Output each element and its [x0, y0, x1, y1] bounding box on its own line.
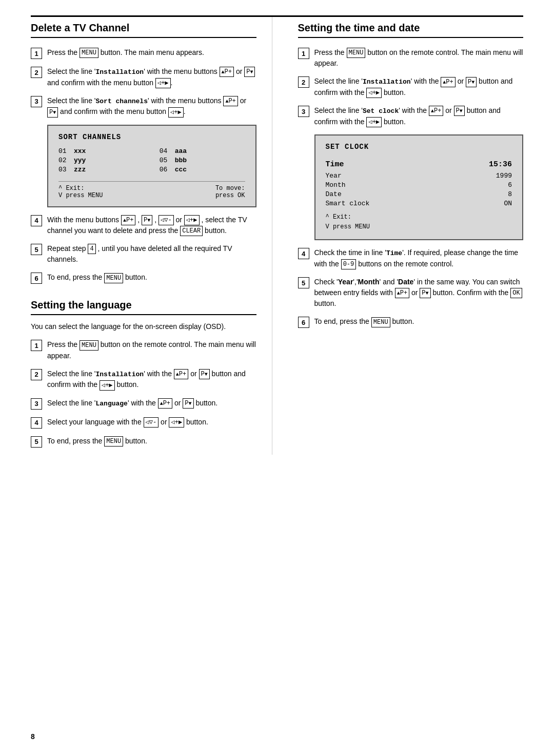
sort-footer-left: ^ Exit:V press MENU	[58, 185, 103, 199]
clock-time-value: 15:36	[489, 160, 512, 169]
lang-step-2: 2 Select the line 'Installation' with th…	[31, 369, 256, 391]
sort-row-2: 02 yyy	[58, 157, 144, 164]
delete-step-4-text: With the menu buttons ▲P+ , P▼ , ◁▽- or …	[47, 215, 256, 237]
clock-smartclock-row: Smart clock ON	[326, 200, 512, 207]
sort-channels-screen: SORT CHANNELS 01 xxx 02 yyy 03	[47, 125, 256, 207]
sort-row-5: 05 bbb	[160, 157, 245, 164]
time-step-num-5: 5	[298, 277, 309, 288]
sort-row-3: 03 zzz	[58, 166, 144, 173]
delete-step-2: 2 Select the line 'Installation' with th…	[31, 66, 256, 88]
delete-step-3: 3 Select the line 'Sort channels' with t…	[31, 95, 256, 118]
lang-step-1-text: Press the MENU button on the remote cont…	[47, 339, 256, 361]
time-step-num-3: 3	[298, 106, 309, 117]
page-number: 8	[31, 732, 35, 741]
lang-step-num-5: 5	[31, 436, 42, 448]
lang-step-2-text: Select the line 'Installation' with the …	[47, 369, 256, 391]
step-num-1: 1	[31, 48, 42, 59]
lang-step-3-text: Select the line 'Language' with the ▲P+ …	[47, 398, 256, 409]
clock-time-row: Time 15:36	[326, 160, 512, 169]
time-step-num-2: 2	[298, 76, 309, 88]
sort-screen-footer: ^ Exit:V press MENU To move:press OK	[58, 181, 245, 199]
time-step-num-1: 1	[298, 48, 309, 59]
time-step-4: 4 Check the time in line 'Time'. If requ…	[298, 247, 524, 269]
set-language-intro: You can select the language for the on-s…	[31, 321, 256, 332]
set-clock-screen: SET CLOCK Time 15:36 Year 1999 Month 6 D…	[314, 134, 524, 240]
sort-row-6: 06 ccc	[160, 166, 245, 173]
set-language-section: Setting the language You can select the …	[31, 299, 256, 447]
time-step-1: 1 Press the MENU button on the remote co…	[298, 47, 524, 69]
clock-smartclock-value: ON	[504, 200, 512, 207]
sort-channels-grid: 01 xxx 02 yyy 03 zzz	[58, 147, 245, 175]
lang-step-num-3: 3	[31, 398, 42, 410]
delete-step-4: 4 With the menu buttons ▲P+ , P▼ , ◁▽- o…	[31, 215, 256, 237]
clock-year-value: 1999	[496, 172, 512, 180]
step-num-5: 5	[31, 244, 42, 255]
lang-step-5: 5 To end, press the MENU button.	[31, 436, 256, 448]
clock-month-label: Month	[326, 181, 346, 189]
lang-step-3: 3 Select the line 'Language' with the ▲P…	[31, 398, 256, 410]
step-num-2: 2	[31, 67, 42, 78]
clock-year-row: Year 1999	[326, 172, 512, 180]
time-step-3: 3 Select the line 'Set clock' with the ▲…	[298, 105, 524, 127]
time-step-1-text: Press the MENU button on the remote cont…	[314, 47, 524, 69]
clock-date-label: Date	[326, 190, 342, 198]
lang-step-num-4: 4	[31, 417, 42, 429]
delete-step-1: 1 Press the MENU button. The main menu a…	[31, 47, 256, 59]
set-time-title: Setting the time and date	[298, 22, 524, 38]
time-step-6: 6 To end, press the MENU button.	[298, 316, 524, 328]
clock-smartclock-label: Smart clock	[326, 200, 370, 207]
delete-step-3-text: Select the line 'Sort channels' with the…	[47, 95, 256, 118]
clock-month-value: 6	[508, 181, 512, 189]
time-step-3-text: Select the line 'Set clock' with the ▲P+…	[314, 105, 524, 127]
delete-step-5: 5 Repeat step 4 , until you have deleted…	[31, 243, 256, 265]
time-step-2-text: Select the line 'Installation' with the …	[314, 76, 524, 98]
menu-key: MENU	[80, 48, 98, 58]
set-language-title: Setting the language	[31, 299, 256, 315]
clock-date-row: Date 8	[326, 190, 512, 198]
time-step-6-text: To end, press the MENU button.	[314, 316, 524, 327]
time-step-5: 5 Check 'Year','Month' and 'Date' in the…	[298, 277, 524, 309]
time-step-num-4: 4	[298, 248, 309, 259]
two-column-layout: Delete a TV Channel 1 Press the MENU but…	[31, 17, 523, 455]
clock-date-value: 8	[508, 190, 512, 198]
sort-screen-title: SORT CHANNELS	[58, 133, 245, 141]
time-step-2: 2 Select the line 'Installation' with th…	[298, 76, 524, 98]
clock-year-label: Year	[326, 172, 342, 180]
time-step-5-text: Check 'Year','Month' and 'Date' in the s…	[314, 277, 524, 309]
lang-step-1: 1 Press the MENU button on the remote co…	[31, 339, 256, 361]
lang-step-num-1: 1	[31, 340, 42, 351]
time-step-num-6: 6	[298, 317, 309, 328]
lang-step-4-text: Select your language with the ◁▽- or ◁+▶…	[47, 417, 256, 428]
delete-step-1-text: Press the MENU button. The main menu app…	[47, 47, 256, 58]
sort-footer-right: To move:press OK	[215, 185, 245, 199]
delete-channel-title: Delete a TV Channel	[31, 22, 256, 38]
clock-month-row: Month 6	[326, 181, 512, 189]
clock-screen-footer: ^ Exit:V press MENU	[326, 212, 512, 232]
step-num-3: 3	[31, 96, 42, 107]
sort-row-1: 01 xxx	[58, 147, 144, 155]
clock-time-label: Time	[326, 160, 344, 169]
time-step-4-text: Check the time in line 'Time'. If requir…	[314, 247, 524, 269]
clock-screen-title: SET CLOCK	[326, 143, 512, 151]
sort-row-4: 04 aaa	[160, 147, 245, 155]
page-container: Delete a TV Channel 1 Press the MENU but…	[0, 0, 554, 756]
sort-col-1: 01 xxx 02 yyy 03 zzz	[58, 147, 144, 175]
delete-channel-section: Delete a TV Channel 1 Press the MENU but…	[31, 17, 272, 455]
step-num-6: 6	[31, 273, 42, 284]
delete-step-5-text: Repeat step 4 , until you have deleted a…	[47, 243, 256, 265]
lang-step-4: 4 Select your language with the ◁▽- or ◁…	[31, 417, 256, 429]
lang-step-num-2: 2	[31, 369, 42, 380]
delete-step-6: 6 To end, press the MENU button.	[31, 272, 256, 284]
lang-step-5-text: To end, press the MENU button.	[47, 436, 256, 447]
delete-step-6-text: To end, press the MENU button.	[47, 272, 256, 283]
sort-col-2: 04 aaa 05 bbb 06 ccc	[160, 147, 245, 175]
delete-step-2-text: Select the line 'Installation' with the …	[47, 66, 256, 88]
step-num-4: 4	[31, 215, 42, 226]
set-time-section: Setting the time and date 1 Press the ME…	[293, 17, 524, 455]
